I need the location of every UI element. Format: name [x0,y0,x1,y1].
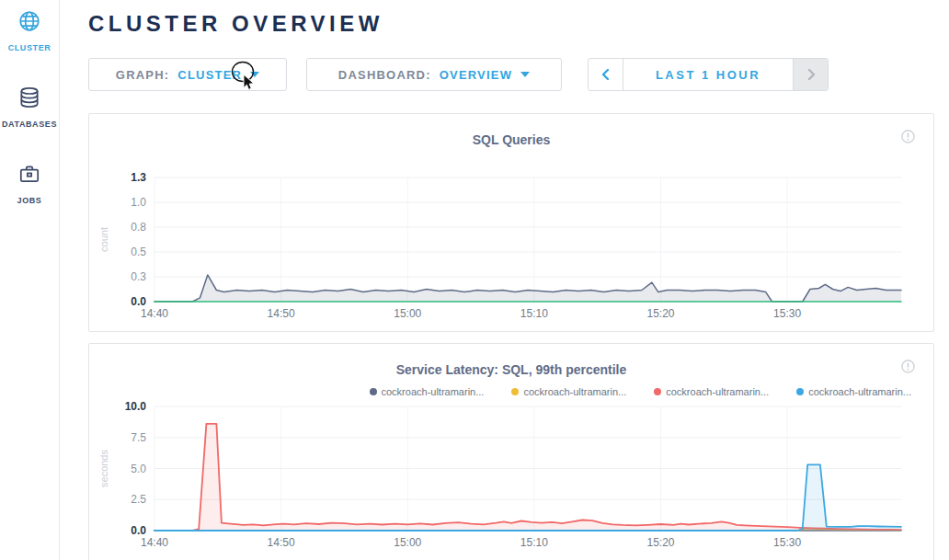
sql-queries-chart: 1.31.00.80.50.30.014:4014:5015:0015:1015… [89,114,935,333]
sidebar-item-databases[interactable]: DATABASES [0,86,59,129]
service-latency-chart: 10.07.55.02.50.014:4014:5015:0015:1015:2… [89,344,935,560]
svg-text:15:10: 15:10 [520,536,548,549]
chevron-down-icon [250,72,259,77]
svg-text:0.8: 0.8 [131,221,146,234]
chart-card-sql-queries: SQL Queries 1.31.00.80.50.30.014:4014:50… [88,113,934,332]
graph-dropdown-label: GRAPH: [116,68,169,82]
briefcase-icon [17,162,41,189]
chart-card-service-latency: Service Latency: SQL, 99th percentile co… [88,343,934,560]
dashboard-dropdown-value: OVERVIEW [440,68,512,82]
graph-dropdown[interactable]: GRAPH: CLUSTER [88,58,287,91]
dashboard-dropdown-label: DASHBOARD: [338,68,431,82]
chevron-left-icon [600,68,612,81]
time-next-button-disabled[interactable] [793,59,828,90]
svg-text:14:40: 14:40 [141,536,168,549]
svg-text:2.5: 2.5 [131,493,146,506]
svg-text:15:10: 15:10 [520,307,548,320]
time-prev-button[interactable] [589,59,623,90]
svg-text:0.3: 0.3 [131,270,146,283]
svg-text:0.0: 0.0 [131,524,146,537]
svg-text:14:40: 14:40 [141,307,168,320]
svg-text:seconds: seconds [98,450,109,487]
svg-text:15:20: 15:20 [646,536,674,549]
main-content: CLUSTER OVERVIEW GRAPH: CLUSTER DASHBOAR… [60,0,949,560]
controls-row: GRAPH: CLUSTER DASHBOARD: OVERVIEW LAST … [88,58,949,91]
svg-text:1.0: 1.0 [131,196,146,209]
sidebar-item-jobs[interactable]: JOBS [0,162,59,205]
database-icon [17,86,41,113]
dashboard-dropdown[interactable]: DASHBOARD: OVERVIEW [306,58,562,91]
sidebar-item-cluster[interactable]: CLUSTER [0,9,59,52]
svg-text:15:20: 15:20 [646,307,674,320]
sidebar-item-label: CLUSTER [8,43,51,52]
page-title: CLUSTER OVERVIEW [88,11,949,37]
svg-text:0.5: 0.5 [131,246,146,258]
sidebar-item-label: JOBS [17,196,42,205]
chevron-down-icon [520,72,530,77]
svg-text:7.5: 7.5 [131,431,146,444]
globe-icon [17,9,41,37]
sidebar-item-label: DATABASES [2,120,57,129]
chevron-right-icon [806,68,817,81]
graph-dropdown-value: CLUSTER [177,68,242,82]
svg-text:14:50: 14:50 [268,307,295,320]
svg-text:1.3: 1.3 [131,171,146,184]
svg-text:15:30: 15:30 [773,307,801,320]
time-range-selector: LAST 1 HOUR [588,58,829,91]
time-range-label[interactable]: LAST 1 HOUR [623,59,793,90]
svg-text:5.0: 5.0 [131,463,146,475]
svg-text:15:30: 15:30 [773,536,801,549]
svg-text:0.0: 0.0 [131,295,146,308]
svg-text:count: count [98,227,109,252]
sidebar: CLUSTER DATABASES JOBS [0,0,60,560]
svg-text:10.0: 10.0 [125,400,147,413]
svg-text:15:00: 15:00 [394,307,421,320]
svg-text:14:50: 14:50 [268,536,295,549]
svg-text:15:00: 15:00 [394,536,421,549]
